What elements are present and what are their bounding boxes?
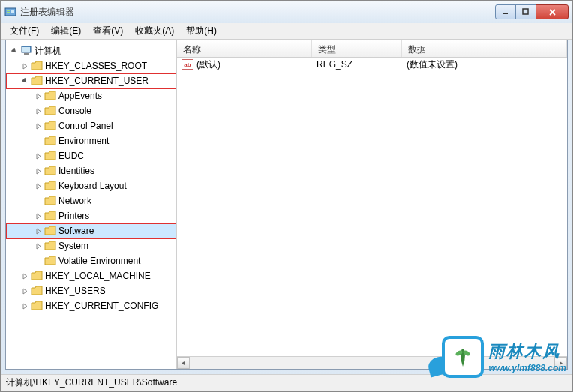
- scroll-right-icon[interactable]: [554, 357, 567, 369]
- folder-icon: [44, 166, 56, 176]
- statusbar: 计算机\HKEY_CURRENT_USER\Software: [2, 374, 572, 391]
- expander-icon[interactable]: [33, 241, 44, 251]
- node-label: Identities: [58, 166, 94, 176]
- node-label: HKEY_LOCAL_MACHINE: [45, 271, 151, 281]
- column-header-data[interactable]: 数据: [402, 40, 567, 57]
- node-label: Keyboard Layout: [58, 181, 127, 191]
- status-path: 计算机\HKEY_CURRENT_USER\Software: [6, 376, 177, 389]
- tree-node-volatile-environment[interactable]: Volatile Environment: [6, 253, 176, 268]
- node-label: Environment: [58, 136, 109, 146]
- content-area: 计算机 HKEY_CLASSES_ROOT HKEY_CURRENT_USER …: [5, 40, 568, 370]
- window-controls: [496, 4, 568, 19]
- tree-node-identities[interactable]: Identities: [6, 163, 176, 178]
- tree-node-system[interactable]: System: [6, 238, 176, 253]
- node-label: HKEY_CURRENT_USER: [45, 76, 148, 86]
- node-label: HKEY_CURRENT_CONFIG: [45, 301, 158, 311]
- expander-icon[interactable]: [33, 226, 44, 236]
- menu-help[interactable]: 帮助(H): [180, 23, 223, 39]
- node-label: AppEvents: [58, 91, 102, 101]
- menu-edit[interactable]: 编辑(E): [45, 23, 87, 39]
- folder-icon: [31, 76, 43, 86]
- close-button[interactable]: [536, 4, 568, 19]
- tree-node-hkcr[interactable]: HKEY_CLASSES_ROOT: [6, 58, 176, 73]
- svg-rect-10: [24, 53, 28, 55]
- node-label: 计算机: [34, 45, 62, 58]
- tree-node-software[interactable]: Software: [6, 223, 176, 238]
- window-title: 注册表编辑器: [20, 6, 496, 19]
- expander-icon[interactable]: [20, 61, 30, 71]
- cell-type: REG_SZ: [312, 59, 402, 70]
- column-header-name[interactable]: 名称: [177, 40, 312, 57]
- folder-icon: [44, 136, 56, 146]
- svg-rect-9: [22, 47, 30, 52]
- tree-node-hkcc[interactable]: HKEY_CURRENT_CONFIG: [6, 298, 176, 313]
- horizontal-scrollbar[interactable]: [177, 356, 567, 369]
- regedit-icon: [4, 6, 16, 18]
- svg-rect-1: [7, 10, 10, 11]
- expander-icon[interactable]: [9, 46, 20, 56]
- tree-node-hkcu[interactable]: HKEY_CURRENT_USER: [6, 73, 176, 88]
- expander-icon[interactable]: [33, 211, 44, 221]
- svg-rect-11: [22, 55, 30, 55]
- tree-node-network[interactable]: Network: [6, 193, 176, 208]
- scroll-left-icon[interactable]: [177, 357, 190, 369]
- node-label: System: [58, 241, 88, 251]
- expander-icon[interactable]: [33, 151, 44, 161]
- tree-node-printers[interactable]: Printers: [6, 208, 176, 223]
- tree-panel[interactable]: 计算机 HKEY_CLASSES_ROOT HKEY_CURRENT_USER …: [6, 40, 177, 369]
- folder-icon: [44, 226, 56, 236]
- node-label: Software: [58, 226, 94, 236]
- cell-data: (数值未设置): [402, 58, 567, 71]
- tree-node-environment[interactable]: Environment: [6, 133, 176, 148]
- expander-icon[interactable]: [33, 106, 44, 116]
- expander-icon[interactable]: [20, 286, 30, 296]
- menubar: 文件(F) 编辑(E) 查看(V) 收藏夹(A) 帮助(H): [1, 23, 572, 40]
- tree-node-control-panel[interactable]: Control Panel: [6, 118, 176, 133]
- tree-node-hklm[interactable]: HKEY_LOCAL_MACHINE: [6, 268, 176, 283]
- list-body[interactable]: ab (默认) REG_SZ (数值未设置): [177, 58, 567, 356]
- maximize-button[interactable]: [515, 4, 536, 19]
- node-label: Volatile Environment: [58, 256, 140, 266]
- tree-node-keyboard-layout[interactable]: Keyboard Layout: [6, 178, 176, 193]
- folder-icon: [44, 151, 56, 161]
- cell-name: ab (默认): [177, 58, 312, 71]
- expander-icon[interactable]: [33, 121, 44, 131]
- tree-node-computer[interactable]: 计算机: [6, 43, 176, 58]
- tree-node-appevents[interactable]: AppEvents: [6, 88, 176, 103]
- column-header-type[interactable]: 类型: [312, 40, 402, 57]
- folder-icon: [44, 91, 56, 101]
- menu-file[interactable]: 文件(F): [4, 23, 45, 39]
- minimize-button[interactable]: [495, 4, 516, 19]
- list-header: 名称 类型 数据: [177, 40, 567, 58]
- folder-icon: [44, 211, 56, 221]
- node-label: HKEY_USERS: [45, 286, 106, 296]
- svg-rect-2: [7, 12, 10, 13]
- value-name: (默认): [196, 58, 220, 71]
- expander-icon[interactable]: [20, 301, 30, 311]
- folder-icon: [44, 256, 56, 266]
- menu-favorites[interactable]: 收藏夹(A): [129, 23, 180, 39]
- tree-node-hku[interactable]: HKEY_USERS: [6, 283, 176, 298]
- node-label: Network: [58, 196, 92, 206]
- string-value-icon: ab: [182, 59, 194, 70]
- expander-icon[interactable]: [33, 181, 44, 191]
- expander-icon[interactable]: [33, 91, 44, 101]
- list-panel: 名称 类型 数据 ab (默认) REG_SZ (数值未设置): [177, 40, 567, 369]
- folder-icon: [44, 181, 56, 191]
- menu-view[interactable]: 查看(V): [87, 23, 129, 39]
- computer-icon: [20, 45, 32, 57]
- expander-icon[interactable]: [33, 166, 44, 176]
- node-label: Console: [58, 106, 92, 116]
- expander-icon[interactable]: [20, 271, 30, 281]
- svg-rect-3: [10, 10, 14, 13]
- svg-rect-5: [523, 9, 528, 14]
- tree-node-eudc[interactable]: EUDC: [6, 148, 176, 163]
- titlebar: 注册表编辑器: [1, 1, 572, 23]
- folder-icon: [44, 241, 56, 251]
- tree-node-console[interactable]: Console: [6, 103, 176, 118]
- folder-icon: [31, 61, 43, 71]
- folder-icon: [31, 286, 43, 296]
- expander-icon[interactable]: [20, 76, 30, 86]
- folder-icon: [44, 106, 56, 116]
- list-row[interactable]: ab (默认) REG_SZ (数值未设置): [177, 58, 567, 71]
